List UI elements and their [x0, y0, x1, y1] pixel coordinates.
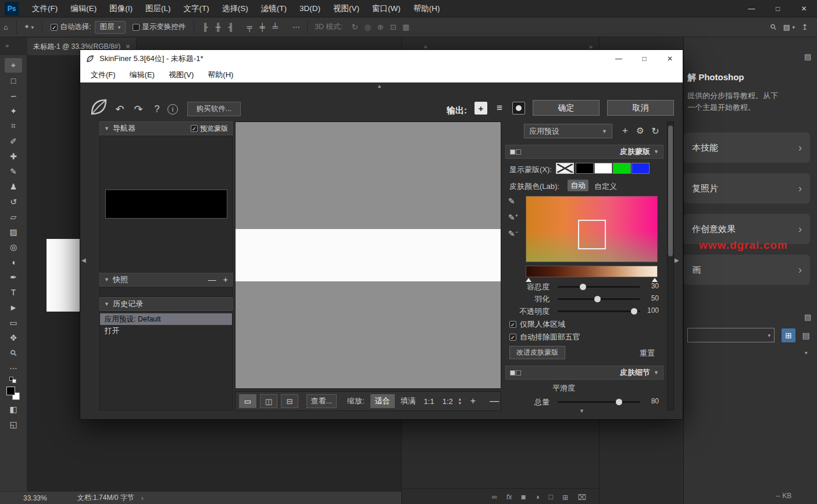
show-transform-checkbox[interactable]: 显示变换控件	[129, 22, 189, 32]
navigator-header[interactable]: ▼ 导航器 ✓ 预览蒙版	[99, 121, 233, 135]
color-picker-subtract-icon[interactable]: ✎−	[508, 229, 518, 238]
menu-filter[interactable]: 滤镜(T)	[255, 0, 293, 17]
skin-tone-gradient-bar[interactable]	[526, 266, 658, 277]
history-brush-tool[interactable]: ↺	[5, 194, 22, 209]
align-right-icon[interactable]: ╢	[224, 23, 237, 31]
link-layers-icon[interactable]: ∞	[492, 493, 497, 502]
menu-layer[interactable]: 图层(L)	[139, 0, 177, 17]
workspace-switcher[interactable]: ▤ ▾	[780, 23, 798, 31]
cancel-button[interactable]: 取消	[607, 100, 674, 116]
preview-mask-checkbox[interactable]: ✓ 预览蒙版	[191, 124, 228, 134]
status-chevron-icon[interactable]: ›	[141, 494, 144, 502]
tolerance-slider[interactable]	[558, 286, 640, 288]
navigator-thumbnail[interactable]	[105, 190, 227, 219]
search-icon[interactable]: ⚲	[766, 19, 781, 34]
exclude-facial-features-checkbox[interactable]: ✓ 自动排除面部五官	[509, 332, 580, 342]
quick-mask-button[interactable]: ◧	[5, 402, 22, 416]
learn-card-paint[interactable]: 画 ›	[684, 255, 810, 285]
eraser-tool[interactable]: ▱	[5, 209, 22, 224]
history-header[interactable]: ▼ 历史记录	[99, 297, 233, 311]
menu-view[interactable]: 视图(V)	[327, 0, 366, 17]
zoom-1-1-button[interactable]: 1:1	[422, 397, 437, 406]
3d-pan-icon[interactable]: ⊕	[374, 23, 387, 31]
reset-button[interactable]: 重置	[640, 348, 655, 359]
split-vertical-button[interactable]: ◫	[260, 394, 277, 408]
skin-color-custom-button[interactable]: 自定义	[594, 181, 617, 192]
history-item-apply-preset[interactable]: 应用预设: Default	[100, 313, 232, 325]
collapse-left-panel-icon[interactable]: ◀	[81, 257, 86, 263]
ok-button[interactable]: 确定	[533, 100, 600, 116]
3d-rotate-icon[interactable]: ↻	[348, 23, 361, 31]
skin-color-selection-rect[interactable]	[578, 220, 606, 249]
home-button[interactable]: ⌂	[0, 23, 12, 31]
scroll-more-icon[interactable]: ▼	[579, 408, 584, 414]
move-tool[interactable]: ⌖	[5, 58, 22, 73]
snapshot-add-button[interactable]: +	[223, 275, 228, 284]
auto-select-checkbox[interactable]: ✓ 自动选择:	[47, 22, 94, 32]
dialog-close-button[interactable]: ✕	[657, 50, 683, 67]
feather-slider-handle[interactable]	[594, 296, 601, 302]
dialog-menu-edit[interactable]: 编辑(E)	[123, 70, 162, 80]
undo-icon[interactable]: ↶	[113, 102, 127, 116]
pen-tool[interactable]: ✒	[5, 270, 22, 284]
auto-select-target-dropdown[interactable]: 图层 ▾	[95, 21, 126, 34]
learn-card-basics[interactable]: 本技能 ›	[684, 133, 810, 163]
gradient-handle-left[interactable]	[526, 278, 531, 282]
quick-selection-tool[interactable]: ✦	[5, 103, 22, 118]
layer-group-icon[interactable]: □	[549, 493, 554, 502]
dialog-minimize-button[interactable]: —	[606, 50, 632, 67]
dialog-menu-view[interactable]: 视图(V)	[162, 70, 201, 80]
menu-edit[interactable]: 编辑(E)	[64, 0, 103, 17]
help-icon[interactable]: ?	[151, 102, 163, 116]
output-preview-icon[interactable]	[512, 102, 525, 115]
minimize-button[interactable]: —	[738, 0, 765, 17]
align-left-icon[interactable]: ╟	[199, 23, 212, 31]
body-area-only-checkbox[interactable]: ✓ 仅限人体区域	[509, 319, 565, 330]
tolerance-slider-handle[interactable]	[580, 284, 586, 290]
shape-tool[interactable]: ▭	[5, 315, 22, 330]
document-canvas[interactable]	[47, 239, 80, 312]
mask-view-none-swatch[interactable]	[556, 163, 574, 174]
library-select-dropdown[interactable]: ▾	[687, 328, 775, 342]
panel-menu-icon[interactable]: ▤	[804, 52, 811, 61]
healing-brush-tool[interactable]: ✚	[5, 149, 22, 163]
collapse-up-icon[interactable]: ▲	[377, 83, 382, 89]
color-picker-add-icon[interactable]: ✎+	[508, 213, 518, 222]
blur-tool[interactable]: ◎	[5, 240, 22, 254]
zoom-level-field[interactable]: 33.33%	[23, 494, 47, 502]
snapshot-remove-button[interactable]: —	[208, 275, 216, 284]
color-picker-icon[interactable]: ✎	[508, 196, 515, 206]
menu-help[interactable]: 帮助(H)	[407, 0, 447, 17]
menu-type[interactable]: 文字(T)	[177, 0, 216, 17]
dialog-menu-help[interactable]: 帮助(H)	[201, 70, 240, 80]
zoom-stepper[interactable]: ▴ ▾	[459, 397, 461, 405]
close-button[interactable]: ✕	[791, 0, 817, 17]
menu-file[interactable]: 文件(F)	[26, 0, 64, 17]
mask-view-green-swatch[interactable]	[613, 163, 631, 174]
type-tool[interactable]: T	[5, 285, 22, 299]
feather-slider[interactable]	[558, 298, 640, 300]
info-icon[interactable]: i	[167, 104, 178, 115]
layer-mask-icon[interactable]: ◙	[521, 493, 526, 502]
skin-detail-enable-toggle[interactable]	[510, 370, 521, 376]
align-top-icon[interactable]: ╤	[243, 23, 256, 31]
dialog-title-bar[interactable]: SkinFiner 5.3[64位] - 未标题-1* — □ ✕	[80, 50, 683, 67]
skin-detail-section-header[interactable]: 皮肤细节 ▼	[505, 366, 663, 380]
preset-settings-gear-icon[interactable]: ⚙	[634, 124, 647, 137]
gradient-handle-right[interactable]	[652, 278, 658, 282]
right-panel-scrollbar[interactable]	[667, 121, 674, 410]
align-bottom-icon[interactable]: ╧	[269, 23, 281, 31]
edit-toolbar-button[interactable]: ⋯	[5, 360, 22, 375]
align-middle-icon[interactable]: ╪	[256, 23, 269, 31]
dialog-menu-file[interactable]: 文件(F)	[84, 70, 123, 80]
hand-tool[interactable]: ✥	[5, 330, 22, 345]
3d-roll-icon[interactable]: ◎	[361, 23, 374, 31]
3d-slide-icon[interactable]: ⊡	[387, 23, 399, 31]
maximize-button[interactable]: □	[765, 0, 791, 17]
eyedropper-tool[interactable]: ✐	[5, 134, 22, 148]
delete-layer-icon[interactable]: ⌧	[578, 493, 586, 502]
zoom-fill-button[interactable]: 填满	[398, 396, 418, 406]
snapshot-header[interactable]: ▼ 快照 — +	[99, 273, 233, 287]
scrollbar-thumb[interactable]	[668, 126, 673, 256]
grid-view-button[interactable]: ⊞	[782, 328, 795, 342]
